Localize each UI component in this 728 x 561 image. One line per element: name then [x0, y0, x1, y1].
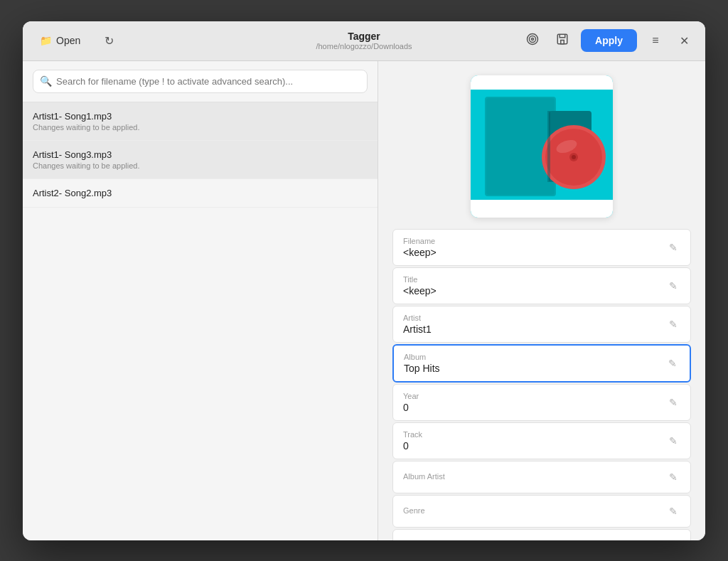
- field-label: Genre: [403, 506, 666, 515]
- file-status: Changes waiting to be applied.: [33, 161, 368, 170]
- svg-rect-3: [471, 75, 613, 90]
- field-row-album-artist[interactable]: Album Artist✎: [392, 461, 691, 493]
- titlebar-right: Apply ≡ ✕: [521, 29, 694, 52]
- close-icon: ✕: [680, 34, 689, 48]
- app-title: Tagger: [316, 31, 412, 42]
- titlebar: 📁 Open ↻ Tagger /home/nlogozzo/Downloads: [23, 21, 705, 61]
- field-value: <keep>: [403, 247, 666, 258]
- file-list: Artist1- Song1.mp3Changes waiting to be …: [23, 102, 378, 540]
- field-edit-button[interactable]: ✎: [666, 277, 680, 294]
- field-row-comment[interactable]: Comment✎: [392, 529, 691, 540]
- album-art-frame[interactable]: [471, 75, 613, 218]
- field-label: Album: [404, 353, 665, 361]
- search-wrapper: 🔍: [33, 70, 368, 93]
- field-edit-button[interactable]: ✎: [666, 239, 680, 256]
- field-label: Track: [403, 430, 666, 439]
- album-art-section: [378, 61, 705, 229]
- file-list-item[interactable]: Artist1- Song1.mp3Changes waiting to be …: [23, 102, 378, 141]
- field-value: 0: [403, 440, 666, 452]
- field-value: 0: [403, 402, 666, 413]
- field-edit-button[interactable]: ✎: [666, 432, 680, 449]
- svg-point-12: [572, 155, 576, 159]
- search-bar: 🔍: [23, 61, 378, 102]
- open-folder-icon: 📁: [40, 35, 52, 46]
- album-art-image: [471, 75, 613, 218]
- svg-rect-1: [561, 41, 564, 44]
- field-label: Album Artist: [403, 472, 666, 481]
- app-path: /home/nlogozzo/Downloads: [316, 42, 412, 50]
- field-value: Artist1: [403, 324, 666, 335]
- apply-button[interactable]: Apply: [581, 29, 637, 52]
- fingerprint-icon: [526, 33, 539, 48]
- search-input[interactable]: [33, 70, 368, 93]
- file-list-item[interactable]: Artist2- Song2.mp3: [23, 179, 378, 208]
- svg-rect-13: [547, 111, 550, 182]
- search-icon: 🔍: [40, 75, 52, 87]
- field-row-title[interactable]: Title<keep>✎: [392, 267, 691, 304]
- main-content: 🔍 Artist1- Song1.mp3Changes waiting to b…: [23, 61, 705, 540]
- field-label: Year: [403, 392, 666, 400]
- svg-rect-4: [471, 200, 613, 218]
- file-status: Changes waiting to be applied.: [33, 123, 368, 132]
- titlebar-left: 📁 Open ↻: [34, 29, 120, 52]
- right-panel: Filename<keep>✎Title<keep>✎ArtistArtist1…: [378, 61, 705, 540]
- field-row-filename[interactable]: Filename<keep>✎: [392, 229, 691, 266]
- field-row-album[interactable]: AlbumTop Hits✎: [392, 344, 691, 383]
- save-icon: [556, 33, 569, 48]
- fingerprint-button[interactable]: [521, 29, 544, 52]
- field-row-artist[interactable]: ArtistArtist1✎: [392, 306, 691, 343]
- close-button[interactable]: ✕: [674, 31, 694, 50]
- refresh-button[interactable]: ↻: [97, 29, 120, 52]
- field-edit-button[interactable]: ✎: [666, 394, 680, 411]
- field-label: Title: [403, 275, 666, 284]
- field-edit-button[interactable]: ✎: [666, 469, 680, 486]
- fields-section: Filename<keep>✎Title<keep>✎ArtistArtist1…: [378, 229, 705, 540]
- file-list-item[interactable]: Artist1- Song3.mp3Changes waiting to be …: [23, 141, 378, 179]
- field-edit-button[interactable]: ✎: [665, 355, 680, 372]
- file-name: Artist1- Song3.mp3: [33, 149, 368, 160]
- field-label: Filename: [403, 237, 666, 245]
- svg-rect-0: [557, 34, 567, 44]
- field-row-track[interactable]: Track0✎: [392, 422, 691, 459]
- titlebar-center: Tagger /home/nlogozzo/Downloads: [316, 31, 412, 50]
- app-window: 📁 Open ↻ Tagger /home/nlogozzo/Downloads: [23, 21, 705, 540]
- save-button[interactable]: [551, 29, 574, 52]
- open-button[interactable]: 📁 Open: [34, 32, 86, 49]
- field-label: Artist: [403, 314, 666, 322]
- refresh-icon: ↻: [105, 34, 114, 48]
- field-edit-button[interactable]: ✎: [666, 537, 680, 540]
- file-name: Artist1- Song1.mp3: [33, 111, 368, 122]
- field-row-year[interactable]: Year0✎: [392, 384, 691, 421]
- field-edit-button[interactable]: ✎: [666, 503, 680, 520]
- field-row-genre[interactable]: Genre✎: [392, 495, 691, 528]
- field-value: Top Hits: [404, 363, 665, 374]
- open-label: Open: [56, 35, 80, 46]
- menu-icon: ≡: [652, 34, 658, 47]
- field-value: <keep>: [403, 285, 666, 296]
- menu-button[interactable]: ≡: [644, 29, 667, 52]
- left-panel: 🔍 Artist1- Song1.mp3Changes waiting to b…: [23, 61, 378, 540]
- field-edit-button[interactable]: ✎: [666, 316, 680, 333]
- file-name: Artist2- Song2.mp3: [33, 188, 368, 198]
